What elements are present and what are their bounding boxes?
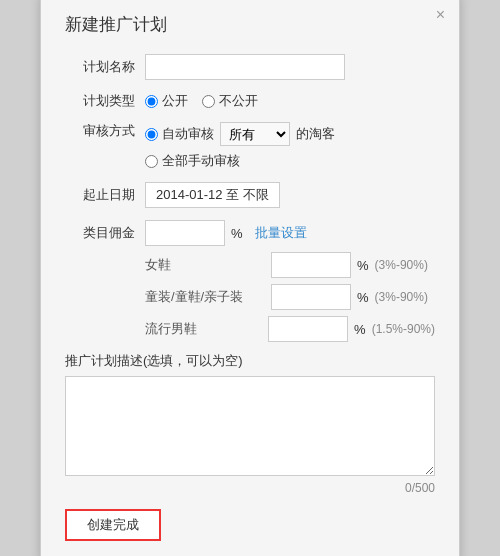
sub-categories: 女鞋 % (3%-90%) 童装/童鞋/亲子装 % (3%-90%) 流行男鞋 …	[145, 252, 435, 342]
radio-manual-audit[interactable]: 全部手动审核	[145, 152, 335, 170]
audit-line1: 自动审核 所有 的淘客	[145, 122, 335, 146]
percent-sign: %	[231, 226, 243, 241]
sub-category-input-2[interactable]	[268, 316, 348, 342]
char-count: 0/500	[65, 481, 435, 495]
radio-auto-audit-input[interactable]	[145, 128, 158, 141]
commission-main-row: 类目佣金 % 批量设置	[65, 220, 435, 246]
radio-public-label: 公开	[162, 92, 188, 110]
radio-manual-audit-label: 全部手动审核	[162, 152, 240, 170]
plan-type-label: 计划类型	[65, 92, 135, 110]
plan-name-control	[145, 54, 435, 80]
dialog-title: 新建推广计划	[65, 13, 435, 36]
close-button[interactable]: ×	[436, 7, 445, 23]
audit-select[interactable]: 所有	[220, 122, 290, 146]
commission-label: 类目佣金	[65, 224, 135, 242]
batch-link[interactable]: 批量设置	[255, 224, 307, 242]
sub-category-row: 女鞋 % (3%-90%)	[145, 252, 435, 278]
audit-control: 自动审核 所有 的淘客 全部手动审核	[145, 122, 435, 170]
date-label: 起止日期	[65, 186, 135, 204]
sub-category-input-0[interactable]	[271, 252, 351, 278]
sub-category-name: 女鞋	[145, 256, 265, 274]
range-hint-0: (3%-90%)	[375, 258, 428, 272]
audit-options: 自动审核 所有 的淘客 全部手动审核	[145, 122, 335, 170]
radio-private-input[interactable]	[202, 95, 215, 108]
desc-label: 推广计划描述(选填，可以为空)	[65, 352, 435, 370]
range-hint-2: (1.5%-90%)	[372, 322, 435, 336]
radio-auto-audit[interactable]: 自动审核	[145, 125, 214, 143]
range-hint-1: (3%-90%)	[375, 290, 428, 304]
create-button[interactable]: 创建完成	[65, 509, 161, 541]
radio-manual-audit-input[interactable]	[145, 155, 158, 168]
audit-row: 审核方式 自动审核 所有 的淘客 全部手动审核	[65, 122, 435, 170]
date-picker-button[interactable]: 2014-01-12 至 不限	[145, 182, 280, 208]
radio-private-label: 不公开	[219, 92, 258, 110]
radio-private[interactable]: 不公开	[202, 92, 258, 110]
plan-name-row: 计划名称	[65, 54, 435, 80]
radio-public[interactable]: 公开	[145, 92, 188, 110]
sub-category-input-1[interactable]	[271, 284, 351, 310]
dialog: 新建推广计划 × 计划名称 计划类型 公开 不公开 审核方式	[40, 0, 460, 556]
plan-name-input[interactable]	[145, 54, 345, 80]
desc-section: 推广计划描述(选填，可以为空) 0/500	[65, 352, 435, 495]
sub-category-name: 童装/童鞋/亲子装	[145, 288, 265, 306]
commission-main-input[interactable]	[145, 220, 225, 246]
audit-label: 审核方式	[65, 122, 135, 140]
footer-row: 创建完成	[65, 509, 435, 541]
plan-type-control: 公开 不公开	[145, 92, 435, 110]
sub-category-name: 流行男鞋	[145, 320, 262, 338]
percent-sign-1: %	[357, 290, 369, 305]
date-row: 起止日期 2014-01-12 至 不限	[65, 182, 435, 208]
radio-auto-audit-label: 自动审核	[162, 125, 214, 143]
plan-name-label: 计划名称	[65, 58, 135, 76]
percent-sign-0: %	[357, 258, 369, 273]
desc-textarea[interactable]	[65, 376, 435, 476]
plan-type-row: 计划类型 公开 不公开	[65, 92, 435, 110]
percent-sign-2: %	[354, 322, 366, 337]
sub-category-row: 流行男鞋 % (1.5%-90%)	[145, 316, 435, 342]
date-control: 2014-01-12 至 不限	[145, 182, 435, 208]
sub-category-row: 童装/童鞋/亲子装 % (3%-90%)	[145, 284, 435, 310]
radio-public-input[interactable]	[145, 95, 158, 108]
commission-input-wrap: % 批量设置	[145, 220, 307, 246]
commission-section: 类目佣金 % 批量设置 女鞋 % (3%-90%) 童装/童鞋/亲子装 % (3…	[65, 220, 435, 342]
audit-suffix: 的淘客	[296, 125, 335, 143]
